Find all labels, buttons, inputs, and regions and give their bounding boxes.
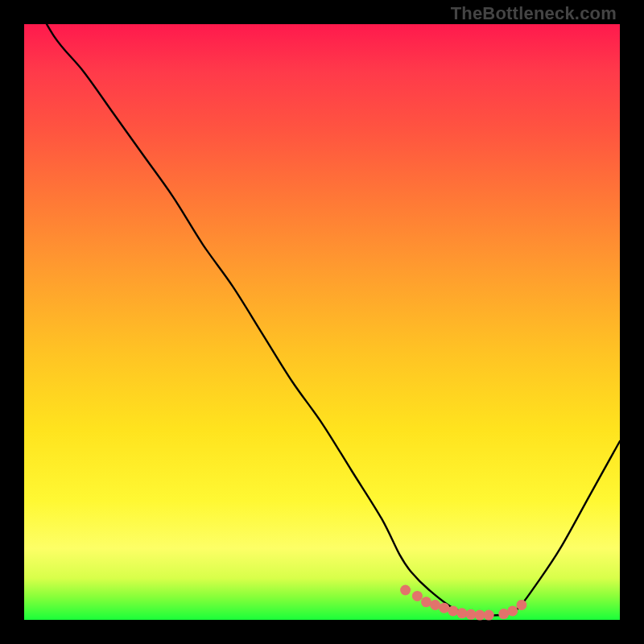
marker-dot bbox=[498, 609, 509, 619]
chart-frame bbox=[24, 24, 620, 620]
recommended-range-dots bbox=[400, 585, 526, 621]
watermark-text: TheBottleneck.com bbox=[451, 3, 617, 24]
bottleneck-curve bbox=[24, 0, 620, 616]
marker-dot bbox=[439, 603, 449, 613]
chart-svg bbox=[24, 24, 620, 620]
marker-dot bbox=[400, 585, 411, 596]
plot-area bbox=[24, 24, 620, 620]
marker-dot bbox=[448, 605, 458, 616]
marker-dot bbox=[466, 609, 477, 620]
marker-dot bbox=[456, 608, 467, 618]
marker-dot bbox=[484, 610, 494, 621]
marker-dot bbox=[475, 610, 485, 621]
marker-dot bbox=[507, 605, 518, 616]
marker-dot bbox=[421, 597, 431, 607]
marker-dot bbox=[516, 600, 526, 610]
marker-dot bbox=[430, 600, 440, 610]
marker-dot bbox=[412, 591, 423, 601]
